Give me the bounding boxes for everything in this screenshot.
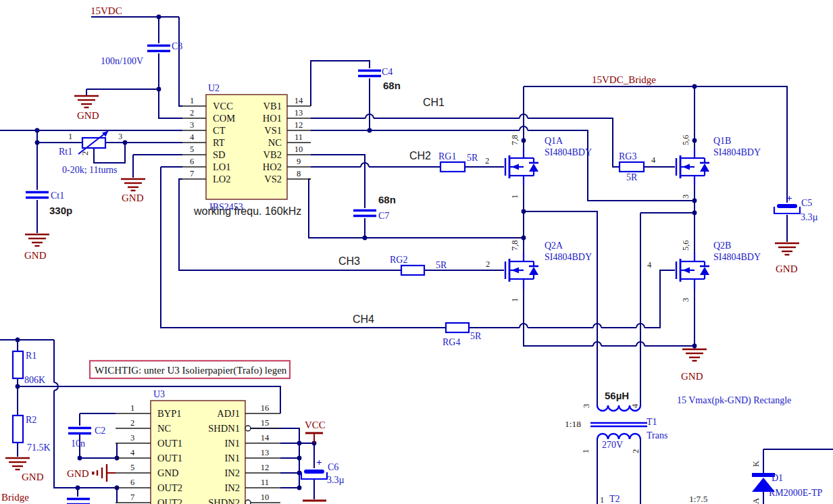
resistor-RG4	[446, 323, 469, 332]
pin-number: 11	[261, 478, 269, 487]
pin-name: VB1	[263, 101, 282, 111]
junction-dot	[78, 456, 82, 461]
junction-dot	[16, 384, 20, 389]
label-5r: 5R	[470, 331, 482, 341]
label-5r: 5R	[436, 260, 447, 270]
pin-number: 2	[190, 108, 194, 118]
label-1: 1	[581, 449, 590, 453]
label-rt1: Rt1	[59, 147, 72, 157]
label-ct1: Ct1	[51, 191, 64, 201]
pin-number: 9	[297, 157, 301, 166]
junction-dot	[297, 456, 302, 461]
label-3: 3	[582, 404, 591, 408]
pin-number: 1	[130, 403, 134, 413]
label-u2: U2	[208, 83, 220, 93]
label-330p: 330p	[49, 205, 72, 216]
junction-dot	[692, 344, 697, 349]
junction-dot	[692, 138, 697, 143]
label-t2: T2	[609, 494, 620, 504]
label-gnd: GND	[22, 472, 44, 482]
label-rg4: RG4	[443, 337, 460, 347]
junction-dot	[368, 128, 372, 133]
pin-name: HO1	[263, 113, 282, 124]
label-2: 2	[486, 259, 490, 269]
label-56-h: 56µH	[605, 390, 629, 401]
label-1-18: 1:18	[565, 419, 581, 429]
pin-number: 13	[261, 448, 270, 457]
pin-number: 16	[261, 403, 270, 413]
pin-name: BYP1	[157, 408, 181, 419]
label-10n: 10n	[71, 438, 85, 449]
junction-dot	[692, 84, 697, 89]
label-t1: T1	[647, 417, 657, 427]
pin-number: 3	[130, 433, 134, 443]
resistor-body-R2	[13, 415, 23, 443]
pin-number: 7	[190, 169, 194, 178]
label-3: 3	[118, 132, 122, 141]
label-7-8: 7,8	[510, 134, 520, 145]
resistor-body-RG1	[440, 162, 465, 172]
label-bridge: Bridge	[1, 492, 29, 503]
label-d1: D1	[772, 473, 783, 483]
junction-dot	[157, 87, 161, 92]
pin-number: 6	[130, 478, 134, 487]
resistor-body-R1	[13, 351, 23, 378]
label-q2a: Q2A	[545, 241, 563, 251]
pin-number: 4	[130, 448, 135, 457]
label-5-6: 5,6	[681, 134, 690, 145]
pin-number: 5	[130, 463, 134, 472]
pin-number: 11	[295, 132, 303, 142]
pin-name: SHDN2	[208, 497, 240, 504]
label--: +	[316, 457, 322, 468]
label-15vdc-bridge: 15VDC_Bridge	[592, 74, 656, 85]
label-4: 4	[630, 403, 640, 408]
cap-anode-bar	[777, 204, 797, 208]
pin-name: NC	[157, 423, 171, 434]
pin-number: 14	[261, 433, 270, 443]
pin-number: 4	[190, 132, 195, 142]
label-15-vmax-pk-gnd-rectangle: 15 Vmax(pk-GND) Rectangle	[677, 395, 791, 406]
pin-number: 2	[130, 418, 134, 428]
inverted-pin-circle	[245, 426, 251, 431]
label-k: K	[751, 461, 761, 467]
label-gnd: GND	[122, 193, 144, 203]
label-r2: R2	[26, 415, 36, 425]
pin-name: COM	[213, 113, 235, 124]
pin-number: 12	[295, 120, 303, 130]
label-ch4: CH4	[353, 313, 374, 325]
label-rg3: RG3	[619, 151, 636, 161]
pin-number: 3	[190, 120, 194, 130]
pin-name: OUT1	[157, 453, 182, 463]
resistor-RG2	[401, 266, 424, 275]
label--: +	[786, 193, 792, 203]
pin-name: ADJ1	[217, 408, 240, 419]
label-806k: 806K	[24, 375, 45, 385]
label-c7: C7	[378, 211, 389, 221]
label-15vdc: 15VDC	[91, 5, 122, 16]
pin-name: GND	[157, 468, 178, 478]
label-5r: 5R	[467, 153, 478, 163]
label-2: 2	[80, 151, 90, 155]
junction-dot	[692, 199, 697, 203]
label-c3: C3	[172, 41, 182, 51]
resistor-RG1	[440, 162, 465, 172]
pin-name: LO1	[213, 161, 231, 172]
label-1: 1	[600, 495, 604, 504]
pin-number: 10	[295, 145, 303, 154]
schematic-canvas: 1VCC2COM3CT4RT5SD6LO17LO214VB113HO112VS1…	[0, 0, 833, 504]
junction-dot	[35, 141, 40, 145]
label-1-7-5: 1:7.5	[689, 494, 708, 504]
label-si4804bdy: SI4804BDY	[713, 147, 761, 157]
pin-name: IN2	[224, 482, 240, 493]
junction-dot	[297, 441, 302, 446]
label-3: 3	[681, 195, 690, 199]
pin-name: IN2	[224, 468, 240, 478]
schematic-page: 1VCC2COM3CT4RT5SD6LO17LO214VB113HO112VS1…	[0, 0, 833, 504]
warning-box: WICHTIG: unter U3 Isolierpapier(Trafo) l…	[90, 361, 290, 378]
cap-anode-bar	[304, 470, 324, 474]
junction-dot	[297, 486, 302, 490]
label-ch2: CH2	[409, 150, 431, 161]
label-5-6: 5,6	[681, 240, 690, 251]
pin-number: 7	[130, 493, 134, 502]
label-r1: R1	[26, 351, 36, 361]
